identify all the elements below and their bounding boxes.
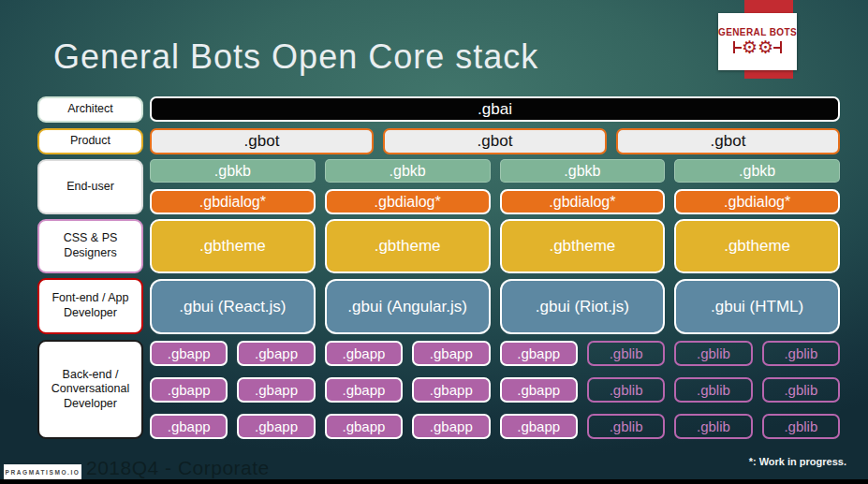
edition-text: 2018Q4 - Corporate (86, 457, 270, 479)
gears-icon: ⚙ ⚙ (733, 38, 782, 56)
work-in-progress-note: *: Work in progress. (749, 456, 846, 467)
gbkb-box: .gbkb (325, 159, 491, 183)
slide-canvas: General Bots Open Core stack GENERAL BOT… (0, 0, 868, 484)
role-label-backend-conversational-developer: Back-end / Conversational Developer (37, 340, 143, 439)
gbdialog-box: .gbdialog* (325, 189, 491, 214)
gbkb-box: .gbkb (674, 159, 840, 183)
gbdialog-box: .gbdialog* (150, 189, 316, 214)
gblib-box: .gblib (587, 377, 665, 403)
gbot-box: .gbot (383, 128, 607, 154)
gblib-box: .gblib (587, 341, 665, 366)
gblib-box: .gblib (674, 341, 752, 366)
gbdialog-box: .gbdialog* (500, 189, 666, 214)
gbot-row: .gbot.gbot.gbot (150, 128, 840, 154)
gear-endcap-right (780, 41, 782, 53)
gear-axle-right (773, 47, 780, 49)
gbapp-box: .gbapp (325, 377, 403, 403)
gblib-box: .gblib (762, 377, 840, 403)
gbui-box: .gbui (Angular.js) (325, 279, 491, 334)
gbui-box: .gbui (React.js) (150, 279, 316, 334)
role-label-css-ps-designers: CSS & PS Designers (37, 219, 143, 273)
gbui-box: .gbui (HTML) (674, 279, 840, 334)
bottom-black-bar (0, 479, 868, 484)
gblib-box: .gblib (674, 377, 752, 403)
role-label-product: Product (37, 128, 143, 154)
gbapp-box: .gbapp (150, 414, 228, 439)
gbai-row: .gbai (150, 96, 840, 122)
backend-row-2: .gbapp.gbapp.gbapp.gbapp.gbapp.gblib.gbl… (150, 377, 840, 403)
gblib-box: .gblib (674, 414, 752, 439)
gbtheme-box: .gbtheme (150, 219, 316, 273)
gbdialog-box: .gbdialog* (674, 189, 840, 214)
gbot-box: .gbot (150, 128, 374, 154)
gear-icon: ⚙ (742, 38, 758, 56)
gbot-box: .gbot (616, 128, 840, 154)
gbui-row: .gbui (React.js).gbui (Angular.js).gbui … (150, 279, 840, 334)
gblib-box: .gblib (762, 414, 840, 439)
gbapp-box: .gbapp (412, 377, 490, 403)
gblib-box: .gblib (762, 341, 840, 366)
gbapp-box: .gbapp (500, 414, 578, 439)
gbkb-box: .gbkb (150, 159, 316, 183)
page-title: General Bots Open Core stack (53, 37, 538, 77)
gbapp-box: .gbapp (237, 414, 315, 439)
gbtheme-row: .gbtheme.gbtheme.gbtheme.gbtheme (150, 219, 840, 273)
gbai-bar: .gbai (150, 96, 840, 122)
gbkb-box: .gbkb (500, 159, 666, 183)
gbkb-row: .gbkb.gbkb.gbkb.gbkb (150, 159, 840, 183)
gbapp-box: .gbapp (412, 341, 490, 366)
gbapp-box: .gbapp (500, 377, 578, 403)
gblib-box: .gblib (587, 414, 665, 439)
gbapp-box: .gbapp (237, 377, 315, 403)
gbtheme-box: .gbtheme (674, 219, 840, 273)
gbapp-box: .gbapp (412, 414, 490, 439)
gear-axle-left (735, 47, 742, 49)
logo-wordmark: GENERAL BOTS (718, 27, 797, 37)
gbtheme-box: .gbtheme (325, 219, 491, 273)
backend-row-1: .gbapp.gbapp.gbapp.gbapp.gbapp.gblib.gbl… (150, 341, 840, 366)
pragmatismo-badge: PRAGMATISMO.IO (4, 464, 81, 480)
gear-icon: ⚙ (758, 38, 773, 56)
role-label-end-user: End-user (37, 159, 143, 214)
general-bots-logo: GENERAL BOTS ⚙ ⚙ (718, 13, 797, 70)
gbapp-box: .gbapp (237, 341, 315, 366)
gbui-box: .gbui (Riot.js) (500, 279, 666, 334)
gbapp-box: .gbapp (150, 377, 228, 403)
backend-row-3: .gbapp.gbapp.gbapp.gbapp.gbapp.gblib.gbl… (150, 414, 840, 439)
gbapp-box: .gbapp (150, 341, 228, 366)
role-label-architect: Architect (37, 96, 143, 123)
gbtheme-box: .gbtheme (500, 219, 666, 273)
gbdialog-row: .gbdialog*.gbdialog*.gbdialog*.gbdialog* (150, 189, 840, 214)
gbapp-box: .gbapp (325, 341, 403, 366)
gbapp-box: .gbapp (500, 341, 578, 366)
role-label-frontend-app-developer: Font-end / App Developer (37, 278, 143, 334)
gbapp-box: .gbapp (325, 414, 403, 439)
